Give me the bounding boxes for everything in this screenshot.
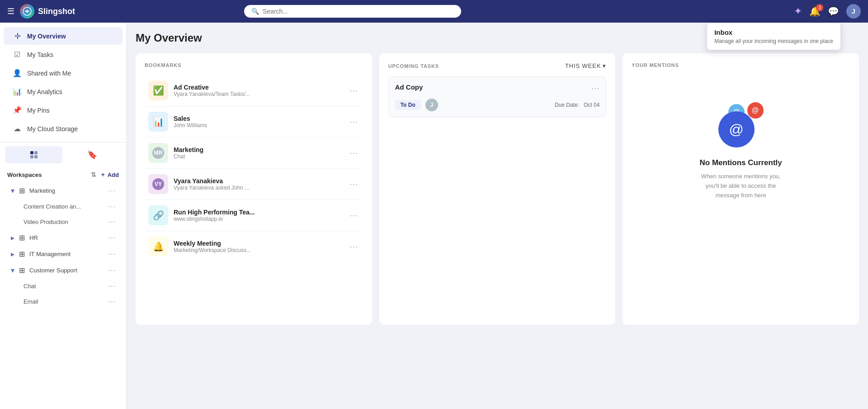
sidebar-item-my-pins[interactable]: 📌 My Pins: [4, 101, 123, 119]
workspace-more-icon[interactable]: ⋯: [108, 233, 115, 242]
nav-actions: ✦ 🔔 3 💬 J: [794, 4, 861, 19]
bookmark-name: Marketing: [174, 146, 342, 153]
inbox-tooltip: Inbox Manage all your incoming messages …: [707, 23, 841, 50]
mentions-header: YOUR MENTIONS: [632, 62, 850, 68]
bookmark-thumb-meeting: 🔔: [148, 237, 168, 257]
app-name: Slingshot: [38, 7, 75, 16]
bookmark-more-icon[interactable]: ⋯: [348, 209, 359, 222]
task-more-icon[interactable]: ⋯: [591, 83, 599, 93]
workspace-sub-item-content-creation[interactable]: Content Creation an... ⋯: [4, 199, 123, 214]
bookmark-sub: Vyara Yanakieva/Team Tasks/...: [174, 91, 342, 97]
bookmark-info: Marketing Chat: [174, 146, 342, 160]
workspace-more-icon[interactable]: ⋯: [108, 186, 115, 195]
sub-item-more-icon[interactable]: ⋯: [108, 282, 115, 290]
user-avatar[interactable]: J: [846, 4, 861, 19]
workspace-sub-item-video-production[interactable]: Video Production ⋯: [4, 214, 123, 229]
bookmark-more-icon[interactable]: ⋯: [348, 115, 359, 128]
workspace-header-actions: ⇅ ＋ Add: [91, 171, 119, 179]
mention-bubble-main: @: [718, 111, 755, 147]
workspace-item-it-management[interactable]: ▸ ⊞ IT Management ⋯: [4, 246, 123, 262]
bookmark-info: Run High Performing Tea... www.slingshot…: [174, 209, 342, 222]
bookmark-name: Ad Creative: [174, 84, 342, 91]
sidebar-item-my-overview[interactable]: ⊹ My Overview: [4, 27, 123, 45]
bookmark-sub: www.slingshotapp.io: [174, 216, 342, 222]
filter-label: This Week: [565, 62, 601, 69]
notification-bell-icon[interactable]: 🔔 3: [809, 6, 821, 17]
sidebar-item-label: My Tasks: [27, 51, 53, 58]
sub-item-more-icon[interactable]: ⋯: [108, 297, 115, 306]
hamburger-icon[interactable]: ☰: [7, 6, 14, 16]
bookmark-marketing[interactable]: MR Marketing Chat ⋯: [145, 138, 363, 169]
workspace-more-icon[interactable]: ⋯: [108, 250, 115, 258]
sidebar-item-shared-with-me[interactable]: 👤 Shared with Me: [4, 64, 123, 82]
sort-icon[interactable]: ⇅: [91, 171, 96, 178]
ai-sparkle-icon[interactable]: ✦: [794, 5, 802, 17]
mention-bubble-red: @: [747, 102, 764, 119]
logo-icon: [20, 4, 34, 19]
shared-icon: 👤: [13, 69, 22, 77]
bookmark-run-high[interactable]: 🔗 Run High Performing Tea... www.slingsh…: [145, 200, 363, 231]
workspace-stack-icon: ⊞: [19, 186, 25, 195]
chat-icon[interactable]: 💬: [828, 6, 839, 17]
overview-icon: ⊹: [13, 32, 22, 40]
workspace-sub-item-email[interactable]: Email ⋯: [4, 294, 123, 309]
workspace-item-customer-support[interactable]: ▾ ⊞ Customer Support ⋯: [4, 262, 123, 278]
mentions-panel: YOUR MENTIONS @ @ @ No Mentions Currentl…: [623, 53, 859, 325]
add-workspace-button[interactable]: ＋ Add: [100, 171, 119, 179]
workspace-item-hr[interactable]: ▸ ⊞ HR ⋯: [4, 230, 123, 246]
cloud-icon: ☁: [13, 124, 22, 133]
sidebar-item-label: My Analytics: [27, 88, 62, 95]
workspace-layers-icon: ▾: [11, 186, 14, 195]
inbox-tooltip-desc: Manage all your incoming messages in one…: [714, 38, 833, 44]
workspaces-tab[interactable]: [5, 146, 62, 163]
bookmark-info: Sales John Williams: [174, 115, 342, 128]
task-filter-dropdown[interactable]: This Week ▾: [565, 62, 606, 69]
workspace-sub-item-chat[interactable]: Chat ⋯: [4, 279, 123, 294]
task-due-date: Due Date: Oct 04: [555, 102, 599, 108]
bookmark-vyara[interactable]: VY Vyara Yanakieva Vyara Yanakieva asked…: [145, 169, 363, 200]
task-name: Ad Copy: [395, 83, 423, 91]
task-card-header: Ad Copy ⋯: [395, 83, 600, 93]
sidebar-item-my-analytics[interactable]: 📊 My Analytics: [4, 83, 123, 100]
search-input[interactable]: [263, 8, 454, 15]
bookmark-more-icon[interactable]: ⋯: [348, 146, 359, 160]
svg-rect-3: [34, 151, 38, 154]
sub-item-more-icon[interactable]: ⋯: [108, 218, 115, 226]
overview-grid: BOOKMARKS ✅ Ad Creative Vyara Yanakieva/…: [136, 53, 859, 325]
mentions-empty-state: @ @ @ No Mentions Currently When someone…: [632, 75, 850, 209]
task-status-badge[interactable]: To Do: [395, 100, 421, 110]
bookmark-name: Weekly Meeting: [174, 240, 342, 247]
mentions-empty-desc: When someone mentions you,you'll be able…: [701, 172, 781, 200]
svg-rect-1: [30, 151, 33, 154]
bookmark-sales[interactable]: 📊 Sales John Williams ⋯: [145, 106, 363, 138]
top-nav: ☰ Slingshot 🔍 ✦ 🔔 3 💬 J Inbox Manage all…: [0, 0, 868, 23]
bookmark-sub: Chat: [174, 153, 342, 160]
workspace-stack-icon: ⊞: [19, 233, 25, 242]
logo-area[interactable]: Slingshot: [20, 4, 75, 19]
bookmark-sub: Vyara Yanakieva asked John ...: [174, 185, 342, 191]
workspace-item-marketing[interactable]: ▾ ⊞ Marketing ⋯: [4, 183, 123, 199]
bookmark-more-icon[interactable]: ⋯: [348, 84, 359, 97]
svg-text:MR: MR: [154, 150, 163, 156]
task-meta: To Do J Due Date: Oct 04: [395, 99, 600, 111]
sub-item-label: Chat: [24, 283, 104, 290]
sidebar-item-my-tasks[interactable]: ☑ My Tasks: [4, 46, 123, 63]
sub-item-more-icon[interactable]: ⋯: [108, 202, 115, 211]
search-bar[interactable]: 🔍: [244, 5, 461, 18]
plus-icon: ＋: [100, 171, 106, 179]
notification-badge: 3: [816, 4, 823, 11]
workspace-more-icon[interactable]: ⋯: [108, 266, 115, 275]
sidebar-item-my-cloud-storage[interactable]: ☁ My Cloud Storage: [4, 120, 123, 138]
bookmark-weekly-meeting[interactable]: 🔔 Weekly Meeting Marketing/Workspace Dis…: [145, 231, 363, 262]
bookmark-info: Ad Creative Vyara Yanakieva/Team Tasks/.…: [174, 84, 342, 97]
workspace-tabs: 🔖: [0, 143, 126, 167]
bookmarks-header: BOOKMARKS: [145, 62, 363, 68]
bookmarks-tab[interactable]: 🔖: [64, 146, 121, 163]
analytics-icon: 📊: [13, 87, 22, 96]
bookmark-more-icon[interactable]: ⋯: [348, 177, 359, 191]
bookmark-ad-creative[interactable]: ✅ Ad Creative Vyara Yanakieva/Team Tasks…: [145, 75, 363, 106]
bookmark-info: Weekly Meeting Marketing/Workspace Discu…: [174, 240, 342, 253]
bookmark-thumb-sales: 📊: [148, 112, 168, 132]
bookmark-more-icon[interactable]: ⋯: [348, 240, 359, 253]
sidebar-item-label: My Overview: [27, 33, 66, 40]
